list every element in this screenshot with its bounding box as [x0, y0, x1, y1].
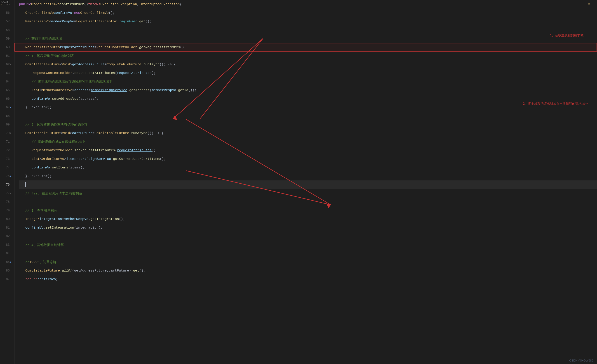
fn-allof: allOf: [62, 269, 72, 273]
var-confirmvo-66: confirmVo: [32, 97, 50, 101]
comment-64: // 将主线程的请求域放在该线程的主线程的请求域中: [32, 79, 112, 84]
code-line-86: CompletableFuture . allOf (getAddressFut…: [19, 266, 597, 275]
fn-runasync-62: runAsync: [143, 63, 159, 66]
gutter-row-80: 80: [0, 215, 12, 223]
code-line-71: // 将老请求的域放在该线程的域中: [19, 137, 597, 146]
line-num-56: 56: [0, 8, 12, 17]
line-num-63: 63: [0, 69, 12, 77]
gutter-row-76: 76: [0, 180, 12, 189]
type-memberaddressvo: MemberAddressVo: [42, 88, 72, 92]
paren-close-72: );: [152, 149, 156, 152]
code-line-73: List < OrderItemVo > items = cartFeignSe…: [19, 155, 597, 163]
todo-85: TODO: [29, 260, 38, 264]
type-void-62: Void: [62, 63, 70, 66]
kw-public: public: [19, 2, 31, 6]
type-memberrespvo: MemberRespVo: [25, 20, 50, 24]
gutter-row-75: ◆ 75: [0, 172, 12, 180]
eq-60: =: [94, 46, 96, 49]
line-num-71: 71: [0, 137, 12, 146]
type-requestattributes: RequestAttributes: [25, 46, 60, 49]
line-num-69: 69: [0, 120, 12, 129]
gutter-row-59: 59: [0, 34, 12, 43]
fn-setitems: setItems: [52, 166, 68, 170]
paren-open-72: (: [115, 149, 117, 152]
bookmark-icon-67: ◆: [10, 106, 11, 109]
type-56: OrderConfirmVo: [25, 11, 54, 15]
gutter-row-67: ◆ 67: [0, 103, 12, 112]
angle-65: <: [40, 88, 42, 92]
brace-open55: {: [180, 2, 182, 6]
code-line-87: return confirmVo ;: [19, 275, 597, 284]
paren-62: (() -> {: [159, 63, 176, 66]
fold-icon-70[interactable]: ▼: [10, 132, 11, 135]
line-num-57: 57: [0, 17, 12, 26]
code-line-57: MemberRespVo memberRespVo = LoginUserInt…: [19, 17, 597, 26]
angle-close-73: >: [64, 157, 66, 161]
gutter-row-83: 83: [0, 241, 12, 249]
semi-66: (address);: [79, 97, 99, 101]
paren-open: (): [84, 2, 88, 6]
prop-loginuser: loginUser: [119, 20, 137, 24]
var-memberfeignservice: memberFeignService: [91, 88, 127, 92]
dot-80: .: [88, 217, 90, 221]
line-indicator: 55 of: [0, 0, 9, 4]
comment-85b: 5、防重令牌: [38, 260, 56, 264]
fold-icon-62[interactable]: ▼: [10, 63, 11, 66]
line-num-74: 74: [0, 163, 12, 172]
dot-72: .: [72, 149, 74, 152]
code-content-area[interactable]: public OrderConfirmVo confirmOrder () th…: [15, 0, 597, 364]
type-orderconfirmvo: OrderConfirmVo: [31, 2, 60, 6]
code-line-56: OrderConfirmVo confirmVo = new OrderConf…: [19, 8, 597, 17]
line-num-64: 64: [0, 77, 12, 86]
eq-56: =: [72, 11, 74, 15]
dot-62: .: [141, 63, 143, 66]
code-line-84: [19, 249, 597, 258]
code-line-67: }, executor);: [19, 103, 597, 112]
cls-loginuserinterceptor: LoginUserInterceptor: [76, 20, 117, 24]
code-line-77: // feign在远程调用请求之前要构造: [19, 189, 597, 198]
cls-requestcontextholder: RequestContextHolder: [96, 46, 137, 49]
fold-icon-77[interactable]: ▼: [10, 192, 11, 195]
dot-73: .: [111, 157, 113, 161]
code-line-76[interactable]: [19, 180, 597, 189]
fn-getaddress: getAddress: [129, 88, 149, 92]
angle-close-62: >: [70, 63, 72, 66]
type-completablefuture-62: CompletableFuture: [25, 63, 60, 66]
code-line-65: List < MemberAddressVo > address = membe…: [19, 86, 597, 95]
cls-rch-72: RequestContextHolder: [32, 149, 72, 152]
bookmark-icon-75: ◆: [10, 175, 11, 177]
gutter-row-72: 72: [0, 146, 12, 155]
fn-setrequestattributes-72: setRequestAttributes: [74, 149, 115, 152]
dot-60: .: [137, 46, 139, 49]
code-line-68: [19, 112, 597, 120]
type-interruptedexception: InterruptedException: [139, 2, 180, 6]
gutter-row-62: ▼ 62: [0, 60, 12, 69]
code-editor: ⚠ 55 56 57 58 59 60: [0, 0, 597, 364]
gutter-row-60: 60: [0, 43, 12, 52]
gutter-row-56: 56: [0, 8, 12, 17]
type-list-65: List: [32, 88, 40, 92]
type-void-70: Void: [62, 131, 70, 135]
code-line-55: public OrderConfirmVo confirmOrder () th…: [19, 0, 597, 8]
var-cartfuture: cartFuture: [72, 131, 92, 135]
dot-57a: .: [117, 20, 119, 24]
code-line-83: // 4、其他数据自动计算: [19, 241, 597, 249]
line-num-65: 65: [0, 86, 12, 95]
dot-66: .: [50, 97, 52, 101]
eq-73: =: [76, 157, 79, 161]
gutter-row-70: ▼ 70: [0, 129, 12, 137]
angle-70: <: [60, 131, 62, 135]
comment-83: // 4、其他数据自动计算: [25, 243, 64, 247]
fn-get-86: get: [133, 269, 139, 273]
kw-throws: throws: [88, 2, 100, 6]
code-line-62: CompletableFuture < Void > getAddressFut…: [19, 60, 597, 69]
code-line-74: confirmVo . setItems (items);: [19, 163, 597, 172]
gutter-row-84: 84: [0, 249, 12, 258]
paren-70: (() -> {: [147, 131, 164, 135]
semi-73: ();: [160, 157, 166, 161]
semi-65: ());: [188, 88, 196, 92]
gutter-row-85: ◆ 85: [0, 258, 12, 266]
fn-setrequestattributes-63: setRequestAttributes: [74, 71, 115, 75]
eq-80: =: [62, 217, 64, 221]
type-orderitemvo: OrderItemVo: [42, 157, 64, 161]
